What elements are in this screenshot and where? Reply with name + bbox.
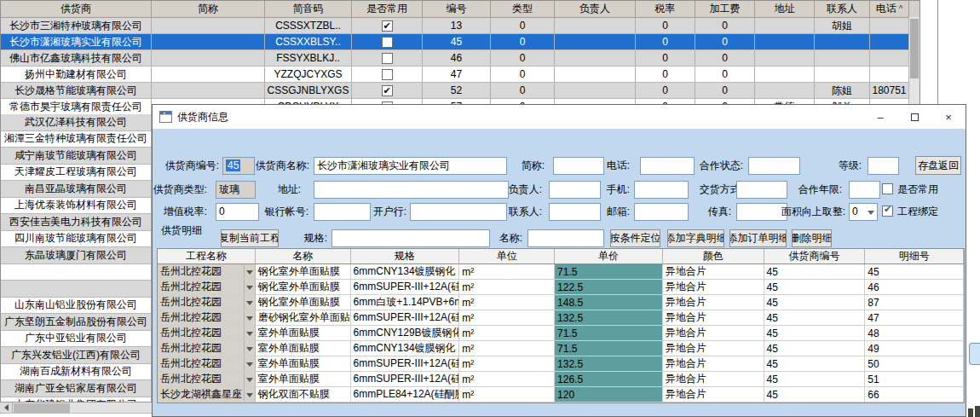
cell-contact[interactable] xyxy=(815,67,870,83)
maximize-button[interactable] xyxy=(897,105,931,129)
unchecked-checkbox[interactable] xyxy=(382,37,393,48)
combo-dropdown-icon[interactable] xyxy=(244,341,255,356)
scrollbar-thumb[interactable] xyxy=(14,403,70,413)
cell-spec[interactable]: 6mm白玻+1.14PVB+6mm... xyxy=(351,295,460,310)
unchecked-checkbox[interactable] xyxy=(382,69,393,80)
cell-project-combo[interactable]: 岳州北控花园 xyxy=(158,310,256,326)
cell-color[interactable]: 异地合片 xyxy=(663,372,764,387)
cell-unit[interactable]: m² xyxy=(459,356,555,372)
table-row[interactable]: 佛山市亿鑫玻璃科技有限公司FSSYXBLKJ..46000 xyxy=(1,50,919,67)
column-header-7[interactable]: 税率 xyxy=(636,1,695,18)
detail-column-header-0[interactable]: 工程名称 xyxy=(158,249,256,264)
cell-contact[interactable]: 陈姐 xyxy=(815,83,870,99)
cell-code[interactable]: CSSSXTZBL.. xyxy=(265,18,352,34)
column-header-9[interactable]: 地址 xyxy=(755,1,815,18)
column-header-5[interactable]: 类型 xyxy=(491,1,555,18)
cell-project-combo[interactable]: 岳州北控花园 xyxy=(158,372,256,387)
list-item[interactable]: 广东中亚铝业有限公司 xyxy=(1,331,151,348)
cell-tax[interactable]: 0 xyxy=(636,18,695,34)
cell-unit[interactable]: m² xyxy=(459,387,555,403)
name-filter-input[interactable] xyxy=(527,229,604,247)
column-header-1[interactable]: 简称 xyxy=(152,1,265,18)
detail-column-header-6[interactable]: 供货商编号 xyxy=(764,249,866,264)
cell-spec[interactable]: 6mmCNY129B镀膜钢化 xyxy=(351,326,460,341)
save-return-button[interactable]: 存盘返回 xyxy=(915,156,961,175)
cell-common[interactable] xyxy=(352,50,423,67)
table-row[interactable]: 长沙晟格节能玻璃有限公司CSSGJNBLYXGS52000陈姐180751 xyxy=(1,83,919,99)
cell-spec[interactable]: 6mmSUPER-III+12A(硅... xyxy=(351,310,460,326)
cell-supplier-no[interactable]: 45 xyxy=(764,356,866,372)
copy-current-project-button[interactable]: 复制当前工程 xyxy=(221,229,279,247)
contact-field[interactable] xyxy=(549,203,601,221)
cell-unit-price[interactable]: 71.5 xyxy=(555,264,663,280)
cell-color[interactable]: 异地合片 xyxy=(663,280,764,295)
list-item[interactable]: 山东南山铝业股份有限公司 xyxy=(1,298,151,315)
cell-detail-no[interactable]: 50 xyxy=(865,356,964,372)
cell-unit-price[interactable]: 122.5 xyxy=(555,280,663,295)
detail-row[interactable]: 岳州北控花园钢化室外单面贴膜6mmSUPER-III+12A(硅...m²122… xyxy=(158,280,964,295)
cell-project-combo[interactable]: 岳州北控花园 xyxy=(158,341,256,356)
detail-column-header-4[interactable]: 单价 xyxy=(555,249,663,264)
supplier_type-field[interactable]: 玻璃 xyxy=(216,181,256,199)
cell-phone[interactable]: 180751 xyxy=(870,83,909,99)
cell-supplier-no[interactable]: 45 xyxy=(764,280,866,295)
cell-project-combo[interactable]: 岳州北控花园 xyxy=(158,326,256,341)
column-header-3[interactable]: 是否常用 xyxy=(352,1,423,18)
cell-manager[interactable] xyxy=(555,18,636,34)
cell-no[interactable]: 13 xyxy=(423,18,491,34)
cell-color[interactable]: 异地合片 xyxy=(663,326,764,341)
mobile-field[interactable] xyxy=(634,181,689,199)
cell-detail-no[interactable]: 51 xyxy=(865,372,964,387)
list-item[interactable]: 西安佳吉美电力科技有限公司 xyxy=(1,214,151,231)
cell-no[interactable]: 52 xyxy=(423,83,491,99)
cell-type[interactable]: 0 xyxy=(491,83,555,99)
cell-supplier[interactable]: 长沙市三湘特种玻璃有限公司 xyxy=(1,18,152,34)
column-header-11[interactable]: 电话^ xyxy=(870,1,909,18)
cell-unit-price[interactable]: 71.5 xyxy=(555,326,663,341)
combo-dropdown-icon[interactable] xyxy=(244,310,255,325)
cell-manager[interactable] xyxy=(555,67,636,83)
cell-phone[interactable] xyxy=(870,50,909,67)
locate-by-condition-button[interactable]: 按条件定位 xyxy=(610,229,660,247)
cell-phone[interactable] xyxy=(870,67,909,83)
cell-name[interactable]: 磨砂钢化室外单面贴膜 xyxy=(256,310,351,326)
cell-name[interactable]: 室外单面贴膜 xyxy=(256,372,351,387)
cell-type[interactable]: 0 xyxy=(491,34,555,50)
combo-dropdown-icon[interactable] xyxy=(244,387,255,402)
cell-name[interactable]: 室外单面贴膜 xyxy=(256,341,351,356)
cell-common[interactable] xyxy=(352,34,423,50)
cell-supplier-no[interactable]: 45 xyxy=(764,341,866,356)
close-button[interactable]: × xyxy=(931,105,966,129)
cell-spec[interactable]: 6mmCNY134镀膜钢化 xyxy=(351,341,460,356)
email-field[interactable] xyxy=(634,203,689,221)
cell-contact[interactable] xyxy=(815,34,870,50)
combo-dropdown-icon[interactable] xyxy=(244,356,255,371)
delete-detail-button[interactable]: 删除明细 xyxy=(792,229,832,247)
phone-field[interactable] xyxy=(640,157,695,175)
cell-project-combo[interactable]: 岳州北控花园 xyxy=(158,356,256,372)
address-field[interactable] xyxy=(314,181,509,199)
coop_years-field[interactable] xyxy=(849,181,880,199)
cell-tax[interactable]: 0 xyxy=(636,50,695,67)
cell-name[interactable]: 钢化双面不贴膜 xyxy=(256,387,351,403)
cell-unit-price[interactable]: 120 xyxy=(555,387,663,403)
column-header-10[interactable]: 联系人 xyxy=(815,1,870,18)
cell-spec[interactable]: 6mmPLE84+12A(硅酮胶... xyxy=(351,387,460,403)
detail-row[interactable]: 岳州北控花园室外单面贴膜6mmCNY134镀膜钢化m²71.5异地合片4549 xyxy=(158,341,964,356)
list-item[interactable]: 湘潭三金特种玻璃有限责任公司 xyxy=(1,131,151,148)
cell-color[interactable]: 异地合片 xyxy=(663,341,764,356)
column-header-8[interactable]: 加工费 xyxy=(695,1,755,18)
list-item[interactable]: 武汉亿泽科技有限公司 xyxy=(1,114,151,131)
detail-row[interactable]: 岳州北控花园磨砂钢化室外单面贴膜6mmSUPER-III+12A(硅...m²1… xyxy=(158,310,964,326)
cell-detail-no[interactable]: 48 xyxy=(865,326,964,341)
cell-color[interactable]: 异地合片 xyxy=(663,295,764,310)
bind-checked-checkbox[interactable] xyxy=(882,206,893,217)
cell-detail-no[interactable]: 46 xyxy=(865,280,964,295)
cell-unit[interactable]: m² xyxy=(459,264,555,280)
table-row[interactable]: 长沙市三湘特种玻璃有限公司CSSSXTZBL..13000胡姐 xyxy=(1,18,919,34)
cell-code[interactable]: CSSXXBLSY.. xyxy=(265,34,352,50)
detail-column-header-2[interactable]: 规格 xyxy=(351,249,460,264)
supplier_name-field[interactable]: 长沙市潇湘玻璃实业有限公司 xyxy=(314,157,507,175)
cell-short[interactable] xyxy=(152,67,265,83)
cell-name[interactable]: 室外单面贴膜 xyxy=(256,326,351,341)
